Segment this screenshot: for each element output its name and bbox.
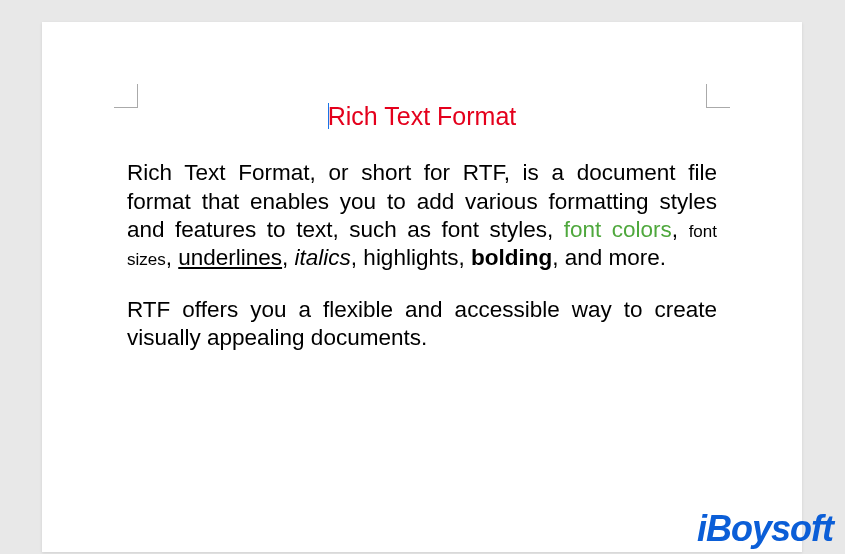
document-page: Rich Text Format Rich Text Format, or sh… — [42, 22, 802, 552]
text-run: , — [672, 217, 689, 242]
title-text: Rich Text Format — [328, 102, 516, 130]
text-cursor — [328, 103, 329, 129]
text-run-italic: italics — [295, 245, 351, 270]
text-run: , highlights, — [351, 245, 471, 270]
text-run-bold: bolding — [471, 245, 552, 270]
watermark-text: iBoysoft — [697, 508, 833, 550]
document-title[interactable]: Rich Text Format — [127, 102, 717, 131]
text-run: , and more. — [552, 245, 666, 270]
paragraph-1[interactable]: Rich Text Format, or short for RTF, is a… — [127, 159, 717, 272]
text-run-underline: underlines — [178, 245, 282, 270]
text-run: RTF offers you a flexible and accessible… — [127, 297, 717, 350]
text-run-colored: font colors — [564, 217, 672, 242]
paragraph-2[interactable]: RTF offers you a flexible and accessible… — [127, 296, 717, 352]
text-run: , — [166, 245, 179, 270]
watermark-logo: iBoysoft — [697, 508, 833, 550]
text-run: , — [282, 245, 295, 270]
